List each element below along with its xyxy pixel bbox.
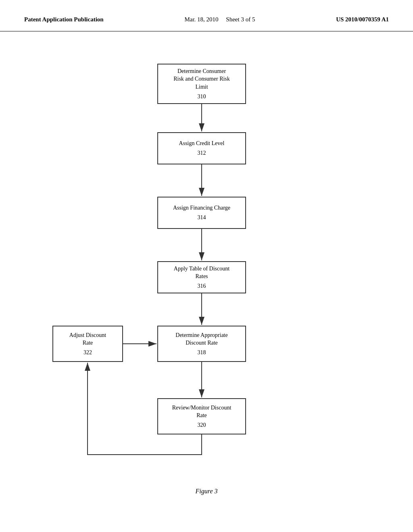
- box-310-label: Determine ConsumerRisk and Consumer Risk…: [173, 67, 230, 91]
- header-sheet: Sheet 3 of 5: [226, 16, 255, 23]
- box-312: Assign Credit Level 312: [157, 132, 246, 164]
- box-312-label: Assign Credit Level: [179, 139, 225, 148]
- box-320: Review/Monitor DiscountRate 320: [157, 398, 246, 434]
- box-314-label: Assign Financing Charge: [173, 204, 230, 212]
- box-318-label: Determine AppropriateDiscount Rate: [175, 331, 227, 347]
- box-322-number: 322: [83, 349, 92, 357]
- box-322: Adjust DiscountRate 322: [52, 326, 123, 362]
- box-316: Apply Table of DiscountRates 316: [157, 261, 246, 293]
- box-314-number: 314: [198, 214, 206, 222]
- page-header: Patent Application Publication Mar. 18, …: [0, 0, 413, 31]
- box-314: Assign Financing Charge 314: [157, 197, 246, 229]
- header-date: Mar. 18, 2010: [184, 16, 218, 23]
- box-320-number: 320: [198, 421, 206, 429]
- diagram: Determine ConsumerRisk and Consumer Risk…: [0, 39, 413, 507]
- box-318: Determine AppropriateDiscount Rate 318: [157, 326, 246, 362]
- box-320-label: Review/Monitor DiscountRate: [172, 404, 232, 420]
- box-310: Determine ConsumerRisk and Consumer Risk…: [157, 64, 246, 104]
- header-left: Patent Application Publication: [24, 16, 104, 23]
- box-310-number: 310: [198, 93, 206, 101]
- box-312-number: 312: [198, 149, 206, 157]
- header-center: Mar. 18, 2010 Sheet 3 of 5: [184, 16, 255, 23]
- box-316-number: 316: [198, 282, 206, 290]
- box-318-number: 318: [198, 349, 206, 357]
- figure-caption: Figure 3: [196, 488, 218, 495]
- box-316-label: Apply Table of DiscountRates: [174, 265, 229, 281]
- box-322-label: Adjust DiscountRate: [69, 331, 106, 347]
- header-right: US 2010/0070359 A1: [336, 16, 389, 23]
